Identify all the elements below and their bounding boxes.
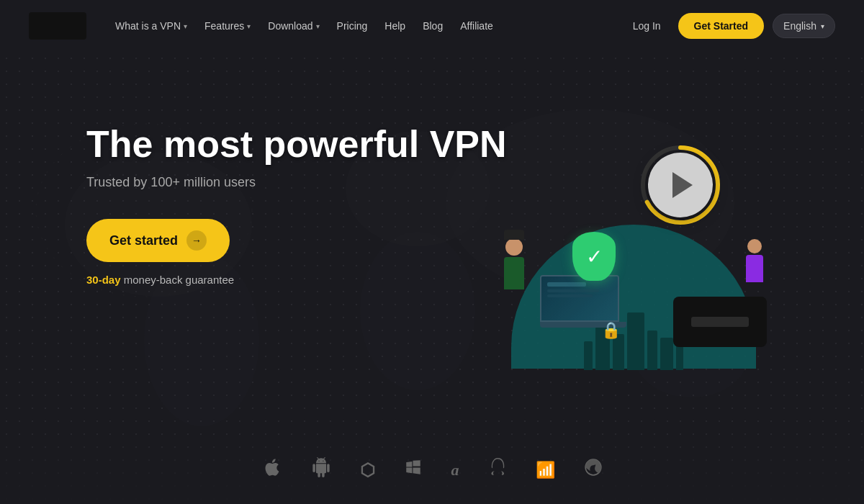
android-icon[interactable] [311,457,331,482]
hero-section: The most powerful VPN Trusted by 100+ mi… [0,52,864,504]
play-triangle-icon [672,172,693,198]
nav-left: What is a VPN ▾ Features ▾ Download ▾ Pr… [29,12,500,40]
windows-icon[interactable] [404,458,423,482]
head [505,238,523,256]
shield-shape: ✓ [572,232,616,281]
hat [504,230,524,240]
linux-icon[interactable] [488,458,507,482]
head-right [747,239,762,253]
hero-content: The most powerful VPN Trusted by 100+ mi… [86,124,507,287]
redacted-bar [691,317,749,327]
redacted-card [673,297,767,347]
apple-icon[interactable] [262,457,282,482]
hero-subtitle: Trusted by 100+ million users [86,175,507,190]
router-icon[interactable]: 📶 [536,461,555,480]
hero-title: The most powerful VPN [86,124,507,165]
shield-icon: ✓ [572,232,623,289]
language-label: English [783,20,816,32]
lock-icon: 🔒 [601,321,621,340]
logo[interactable] [29,12,86,40]
nav-item-what-is-vpn[interactable]: What is a VPN ▾ [108,16,194,36]
chevron-down-icon: ▾ [247,22,251,30]
nav-right: Log In Get Started English ▾ [624,13,835,39]
character-left [504,228,524,289]
nav-item-affiliate[interactable]: Affiliate [453,16,500,36]
get-started-nav-button[interactable]: Get Started [678,13,764,39]
nav-item-download[interactable]: Download ▾ [261,16,326,36]
padlock-icon: 🔒 [601,321,621,339]
building-5 [647,330,657,370]
nav-item-pricing[interactable]: Pricing [330,16,375,36]
nav-links: What is a VPN ▾ Features ▾ Download ▾ Pr… [108,16,500,36]
arrow-icon: → [186,230,207,251]
firefox-icon[interactable] [584,458,603,482]
chevron-down-icon: ▾ [316,22,320,30]
login-button[interactable]: Log In [624,16,670,36]
nav-item-features[interactable]: Features ▾ [197,16,258,36]
chevron-down-icon: ▾ [821,22,824,30]
amazon-icon[interactable]: a [451,461,459,480]
body [504,257,524,289]
hero-illustration: ✓ [461,88,806,390]
language-selector[interactable]: English ▾ [773,14,835,38]
character-right [746,239,763,282]
navbar: What is a VPN ▾ Features ▾ Download ▾ Pr… [0,0,864,52]
nav-item-help[interactable]: Help [377,16,413,36]
chevron-down-icon: ▾ [184,22,187,30]
money-back-highlight: 30-day [86,274,121,286]
money-back-guarantee: 30-day money-back guarantee [86,274,507,287]
nav-item-blog[interactable]: Blog [415,16,450,36]
play-button[interactable] [648,153,713,217]
building-4 [627,312,644,370]
building-7 [676,345,683,370]
get-started-hero-button[interactable]: Get started → [86,219,230,262]
money-back-text: money-back guarantee [124,274,234,286]
device-bar: ⬡ a 📶 [0,443,864,497]
browser-extension-icon[interactable]: ⬡ [360,460,375,480]
body-right [746,255,763,282]
building-6 [660,338,673,370]
building-1 [584,341,593,370]
